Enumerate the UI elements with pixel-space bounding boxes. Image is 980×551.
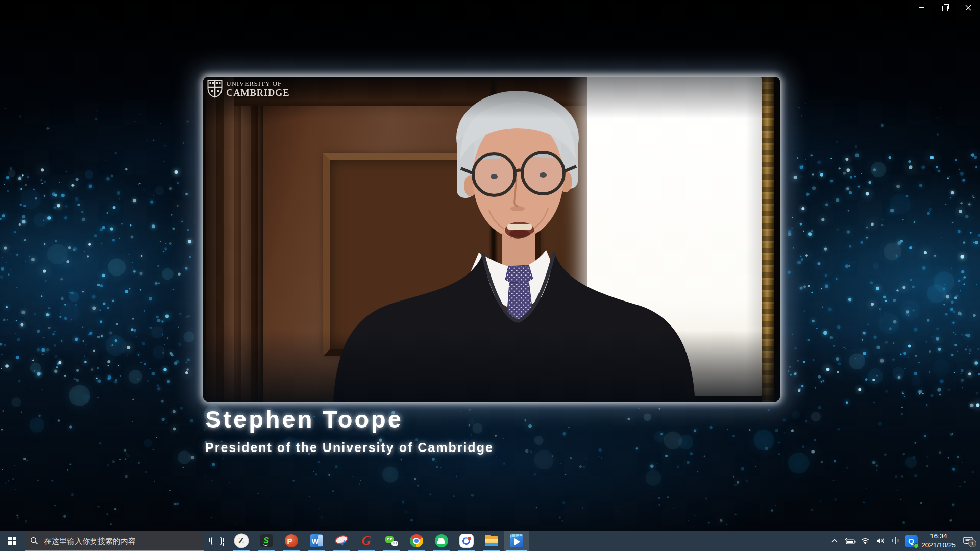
speaker-title: President of the University of Cambridge: [205, 440, 494, 455]
taskbar-empty-area: [529, 531, 827, 551]
evernote-icon: [435, 534, 448, 547]
speaker-icon: [876, 537, 885, 544]
movies-tv-icon: [510, 534, 523, 547]
minimize-icon: [919, 7, 924, 8]
capture-taskbar-icon[interactable]: ✂: [329, 531, 354, 551]
close-icon: [965, 5, 971, 11]
tray-date: 2021/10/25: [919, 541, 959, 550]
wifi-icon: [861, 537, 870, 544]
ime-language-indicator[interactable]: 中: [888, 531, 903, 551]
tray-time: 16:34: [919, 532, 959, 541]
speaker-caption: Stephen Toope President of the Universit…: [205, 405, 494, 455]
battery-charging-icon: [844, 537, 856, 545]
speaker-name: Stephen Toope: [205, 405, 494, 433]
frame-vignette: [203, 77, 780, 402]
g-app-icon: G: [360, 534, 373, 547]
q-app-icon: Q: [905, 535, 918, 547]
volume-icon[interactable]: [873, 531, 888, 551]
baidu-netdisk-icon: [460, 534, 473, 547]
restore-icon: [942, 6, 948, 11]
system-tray: 中 Q 16:34 2021/10/25 1: [827, 531, 980, 551]
chevron-up-icon: [831, 539, 838, 543]
word-taskbar-icon[interactable]: W: [304, 531, 329, 551]
cambridge-shield-icon: [207, 80, 223, 98]
taskbar: ZSPW✂G: [0, 531, 980, 551]
start-button[interactable]: [0, 531, 24, 551]
file-explorer-icon: [485, 534, 498, 547]
s-app-icon: S: [260, 534, 273, 547]
minimize-button[interactable]: [910, 0, 933, 15]
file-explorer-taskbar-icon[interactable]: [479, 531, 504, 551]
taskbar-search[interactable]: [24, 531, 204, 551]
baidu-netdisk-taskbar-icon[interactable]: [454, 531, 479, 551]
desktop: UNIVERSITY OF CAMBRIDGE Stephen Toope Pr…: [0, 0, 980, 551]
notification-count-badge: 1: [968, 539, 976, 547]
taskbar-apps: ZSPW✂G: [229, 531, 529, 551]
g-app-taskbar-icon[interactable]: G: [354, 531, 379, 551]
cambridge-watermark: UNIVERSITY OF CAMBRIDGE: [207, 80, 289, 98]
word-icon: W: [310, 534, 323, 547]
windows-logo-icon: [8, 537, 16, 545]
chrome-icon: [410, 534, 423, 547]
titlebar-controls: [910, 0, 980, 15]
action-center-button[interactable]: 1: [959, 531, 978, 551]
s-app-taskbar-icon[interactable]: S: [254, 531, 279, 551]
battery-status-icon[interactable]: [842, 531, 857, 551]
zotero-taskbar-icon[interactable]: Z: [229, 531, 254, 551]
watermark-line1: UNIVERSITY OF: [226, 80, 289, 87]
movies-tv-taskbar-icon[interactable]: [504, 531, 529, 551]
capture-icon: ✂: [335, 534, 348, 547]
search-input[interactable]: [43, 536, 199, 546]
powerpoint-icon: P: [285, 534, 298, 547]
evernote-taskbar-icon[interactable]: [429, 531, 454, 551]
network-status-icon[interactable]: [857, 531, 873, 551]
restore-button[interactable]: [933, 0, 957, 15]
powerpoint-taskbar-icon[interactable]: P: [279, 531, 304, 551]
q-app-tray-icon[interactable]: Q: [903, 531, 919, 551]
watermark-line2: CAMBRIDGE: [226, 88, 289, 98]
search-icon: [30, 537, 38, 545]
close-button[interactable]: [957, 0, 980, 15]
zotero-icon: Z: [235, 534, 248, 547]
chrome-taskbar-icon[interactable]: [404, 531, 429, 551]
hidden-icons-chevron[interactable]: [827, 531, 842, 551]
video-frame[interactable]: UNIVERSITY OF CAMBRIDGE: [203, 77, 780, 402]
wechat-icon: [385, 534, 398, 547]
task-view-icon: [211, 537, 222, 545]
task-view-button[interactable]: [204, 531, 229, 551]
video-player-stage: UNIVERSITY OF CAMBRIDGE Stephen Toope Pr…: [0, 0, 980, 531]
wechat-taskbar-icon[interactable]: [379, 531, 404, 551]
taskbar-clock[interactable]: 16:34 2021/10/25: [919, 532, 959, 550]
